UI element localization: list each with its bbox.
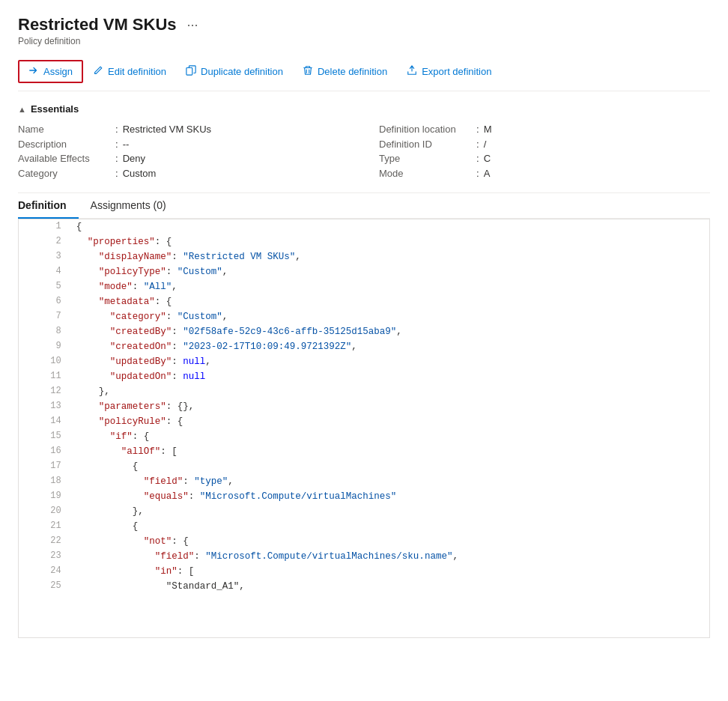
code-line: 21 { (19, 519, 709, 534)
line-number: 11 (19, 369, 70, 384)
line-number: 2 (19, 234, 70, 249)
value-type: C (484, 151, 491, 166)
line-content: "metadata": { (70, 294, 709, 309)
code-line: 4 "policyType": "Custom", (19, 264, 709, 279)
essentials-title: Essentials (31, 103, 79, 115)
tab-assignments[interactable]: Assignments (0) (79, 193, 178, 219)
code-line: 7 "category": "Custom", (19, 309, 709, 324)
code-area[interactable]: 1 { 2 "properties": { 3 "displayName": "… (18, 219, 710, 638)
edit-definition-button[interactable]: Edit definition (83, 61, 176, 82)
essentials-row-mode: Mode : A (379, 166, 710, 181)
line-content: "updatedBy": null, (70, 354, 709, 369)
ellipsis-button[interactable]: ··· (183, 16, 203, 34)
essentials-header: ▲ Essentials (18, 103, 710, 115)
essentials-right-col: Definition location : M Definition ID : … (379, 122, 710, 180)
assign-icon (28, 65, 39, 78)
duplicate-definition-button[interactable]: Duplicate definition (176, 61, 293, 82)
line-content: "field": "Microsoft.Compute/virtualMachi… (70, 549, 709, 564)
code-line: 2 "properties": { (19, 234, 709, 249)
line-content: }, (70, 504, 709, 519)
essentials-row-description: Description : -- (18, 137, 349, 152)
assign-button[interactable]: Assign (18, 60, 83, 83)
line-number: 13 (19, 399, 70, 414)
edit-definition-label: Edit definition (108, 66, 166, 77)
line-number: 5 (19, 279, 70, 294)
delete-definition-label: Delete definition (318, 66, 387, 77)
label-category: Category (18, 166, 115, 181)
line-number: 23 (19, 549, 70, 564)
line-number: 6 (19, 294, 70, 309)
delete-icon (303, 65, 313, 78)
value-category: Custom (123, 166, 157, 181)
label-def-id: Definition ID (379, 137, 476, 152)
line-content: "field": "type", (70, 474, 709, 489)
code-line: 16 "allOf": [ (19, 444, 709, 459)
line-number: 17 (19, 459, 70, 474)
line-number: 19 (19, 489, 70, 504)
code-line: 23 "field": "Microsoft.Compute/virtualMa… (19, 549, 709, 564)
label-mode: Mode (379, 166, 476, 181)
code-line: 18 "field": "type", (19, 474, 709, 489)
code-line: 13 "parameters": {}, (19, 399, 709, 414)
line-content: "parameters": {}, (70, 399, 709, 414)
delete-definition-button[interactable]: Delete definition (293, 61, 397, 82)
essentials-row-def-location: Definition location : M (379, 122, 710, 137)
value-description: -- (123, 137, 130, 152)
value-def-id: / (484, 137, 487, 152)
toolbar: Assign Edit definition Duplicate definit… (18, 55, 710, 91)
value-def-location: M (484, 122, 492, 137)
duplicate-definition-label: Duplicate definition (201, 66, 283, 77)
code-line: 11 "updatedOn": null (19, 369, 709, 384)
line-content: { (70, 519, 709, 534)
line-content: "displayName": "Restricted VM SKUs", (70, 249, 709, 264)
line-content: "in": [ (70, 564, 709, 579)
line-content: "policyType": "Custom", (70, 264, 709, 279)
export-icon (407, 65, 417, 78)
line-content: "properties": { (70, 234, 709, 249)
line-content: "allOf": [ (70, 444, 709, 459)
line-number: 1 (19, 219, 70, 234)
line-content: "Standard_A1", (70, 579, 709, 594)
label-type: Type (379, 151, 476, 166)
tab-definition[interactable]: Definition (18, 193, 79, 219)
line-content: "updatedOn": null (70, 369, 709, 384)
code-line: 15 "if": { (19, 429, 709, 444)
code-line: 22 "not": { (19, 534, 709, 549)
code-line: 9 "createdOn": "2023-02-17T10:09:49.9721… (19, 339, 709, 354)
line-number: 7 (19, 309, 70, 324)
line-number: 22 (19, 534, 70, 549)
essentials-section: ▲ Essentials Name : Restricted VM SKUs D… (18, 103, 710, 180)
tabs-row: Definition Assignments (0) (18, 193, 710, 219)
line-content: "if": { (70, 429, 709, 444)
line-number: 18 (19, 474, 70, 489)
line-content: "createdBy": "02f58afe-52c9-43c6-affb-35… (70, 324, 709, 339)
line-content: { (70, 219, 709, 234)
essentials-row-name: Name : Restricted VM SKUs (18, 122, 349, 137)
code-line: 6 "metadata": { (19, 294, 709, 309)
line-content: "mode": "All", (70, 279, 709, 294)
code-line: 24 "in": [ (19, 564, 709, 579)
export-definition-button[interactable]: Export definition (397, 61, 501, 82)
assign-label: Assign (43, 66, 73, 77)
line-number: 15 (19, 429, 70, 444)
line-number: 20 (19, 504, 70, 519)
page-subtitle: Policy definition (18, 36, 710, 46)
code-line: 1 { (19, 219, 709, 234)
code-line: 5 "mode": "All", (19, 279, 709, 294)
edit-icon (93, 65, 103, 78)
line-content: "createdOn": "2023-02-17T10:09:49.972139… (70, 339, 709, 354)
line-number: 4 (19, 264, 70, 279)
line-content: "policyRule": { (70, 414, 709, 429)
line-content: "category": "Custom", (70, 309, 709, 324)
svg-rect-0 (186, 68, 192, 76)
line-number: 21 (19, 519, 70, 534)
code-line: 10 "updatedBy": null, (19, 354, 709, 369)
label-def-location: Definition location (379, 122, 476, 137)
value-name: Restricted VM SKUs (123, 122, 211, 137)
line-number: 25 (19, 579, 70, 594)
code-table: 1 { 2 "properties": { 3 "displayName": "… (19, 219, 709, 594)
line-number: 16 (19, 444, 70, 459)
line-number: 24 (19, 564, 70, 579)
code-line: 17 { (19, 459, 709, 474)
line-number: 12 (19, 384, 70, 399)
